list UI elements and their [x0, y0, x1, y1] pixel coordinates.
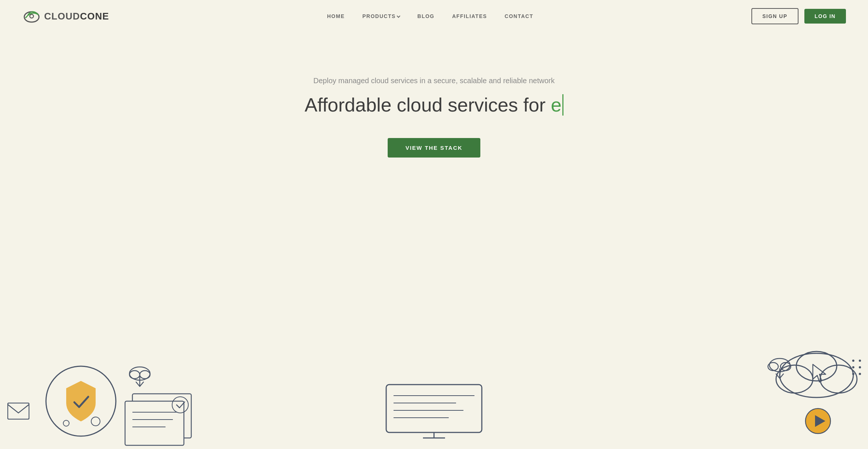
- svg-point-3: [46, 366, 116, 436]
- chevron-down-icon: [396, 14, 400, 18]
- svg-point-37: [805, 409, 830, 434]
- svg-point-29: [820, 365, 857, 393]
- play-button-icon: [805, 408, 831, 434]
- cloud-download-left-icon: [125, 361, 154, 390]
- svg-point-34: [859, 366, 861, 368]
- logo[interactable]: CLOUDCONE: [22, 7, 109, 26]
- illustrations: [0, 294, 868, 449]
- hero-title-prefix: Affordable cloud services for: [305, 94, 551, 116]
- navbar: CLOUDCONE HOME PRODUCTS BLOG AFFILIATES …: [0, 0, 868, 32]
- svg-point-7: [129, 371, 140, 379]
- nav-blog[interactable]: BLOG: [417, 13, 434, 19]
- logo-cloud: CLOUD: [44, 11, 80, 22]
- svg-point-35: [852, 373, 854, 375]
- view-stack-button[interactable]: VIEW THE STACK: [388, 138, 480, 158]
- svg-point-30: [796, 351, 837, 381]
- svg-point-15: [172, 397, 188, 413]
- nav-contact[interactable]: CONTACT: [505, 13, 533, 19]
- svg-point-31: [852, 360, 854, 362]
- hero-section: Deploy managed cloud services in a secur…: [0, 32, 868, 449]
- svg-point-8: [140, 371, 150, 379]
- nav-buttons: SIGN UP LOG IN: [751, 8, 846, 24]
- cloud-right-icon: [765, 339, 868, 412]
- svg-rect-11: [125, 401, 184, 445]
- logo-cone: CONE: [80, 11, 109, 22]
- hero-typing: e: [551, 94, 563, 116]
- svg-point-25: [780, 363, 791, 371]
- hero-subtitle: Deploy managed cloud services in a secur…: [313, 77, 555, 85]
- email-icon: [7, 403, 29, 420]
- svg-point-4: [91, 417, 100, 426]
- svg-rect-2: [8, 403, 29, 419]
- signup-button[interactable]: SIGN UP: [751, 8, 798, 24]
- svg-point-24: [768, 363, 778, 371]
- svg-point-6: [129, 367, 150, 380]
- hero-title: Affordable cloud services for e: [305, 94, 563, 116]
- monitor-icon: [383, 383, 485, 442]
- svg-point-33: [852, 366, 854, 368]
- svg-point-36: [859, 373, 861, 375]
- svg-point-28: [776, 365, 813, 393]
- login-button[interactable]: LOG IN: [804, 9, 846, 24]
- svg-point-23: [769, 358, 790, 372]
- logo-icon: [22, 7, 41, 26]
- svg-rect-10: [132, 394, 191, 438]
- svg-point-32: [859, 360, 861, 362]
- nav-home[interactable]: HOME: [327, 13, 345, 19]
- nav-affiliates[interactable]: AFFILIATES: [452, 13, 487, 19]
- svg-point-1: [30, 14, 33, 18]
- nav-links: HOME PRODUCTS BLOG AFFILIATES CONTACT: [327, 13, 533, 20]
- folder-stack-icon: [121, 383, 202, 449]
- svg-point-5: [63, 420, 69, 426]
- svg-rect-16: [386, 385, 482, 432]
- cloud-download-right-icon: [765, 353, 794, 383]
- svg-point-27: [780, 353, 853, 397]
- nav-products[interactable]: PRODUCTS: [362, 13, 400, 19]
- shield-circle-icon: [44, 364, 118, 438]
